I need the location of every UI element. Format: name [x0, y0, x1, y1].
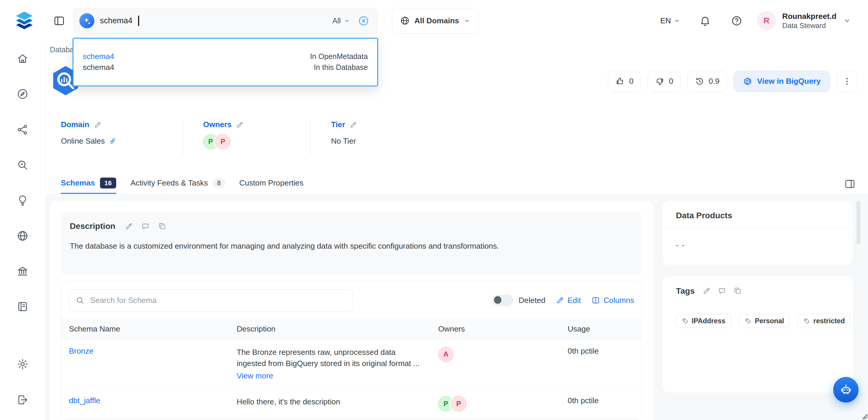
insights-lightbulb-icon[interactable]	[17, 194, 29, 206]
resize-handle-icon[interactable]	[861, 413, 868, 420]
globe-icon	[400, 16, 410, 26]
columns-button[interactable]: Columns	[591, 296, 634, 305]
view-more-link[interactable]: View more	[237, 370, 273, 381]
left-sidebar	[0, 41, 45, 420]
tags-card: Tags IPAddress Personal	[663, 276, 852, 393]
description-title: Description	[70, 221, 115, 231]
language-label: EN	[660, 16, 671, 25]
search-scope-label: All	[332, 17, 341, 25]
glossary-book-icon[interactable]	[17, 301, 29, 313]
edit-owners-pencil-icon[interactable]	[236, 121, 244, 129]
entity-actions: 0 0 0.9 View in BigQuery	[608, 71, 858, 92]
columns-icon	[591, 296, 600, 305]
tag-chip[interactable]: Personal	[739, 314, 790, 328]
chatbot-button[interactable]	[833, 377, 859, 402]
entity-meta-row: Domain Online Sales Owners P P Tier	[61, 120, 857, 154]
edit-tags-pencil-icon[interactable]	[703, 287, 711, 295]
owner-avatar[interactable]: P	[215, 134, 230, 149]
search-suggestions-dropdown: schema4 In OpenMetadata schema4 In this …	[72, 38, 378, 86]
help-icon[interactable]	[731, 15, 742, 27]
link-icon[interactable]	[109, 137, 117, 145]
schema-link[interactable]: dbt_jaffle	[69, 396, 100, 405]
right-panel: Data Products - - Tags IPAddress	[663, 201, 852, 393]
domain-value[interactable]: Online Sales	[61, 137, 105, 146]
more-actions-button[interactable]	[836, 71, 857, 92]
ellipsis-vertical-icon	[842, 77, 852, 86]
sidebar-toggle-icon[interactable]	[53, 15, 65, 27]
tag-label: Personal	[755, 317, 784, 325]
content-area: Description The database is a customized…	[45, 194, 868, 420]
comment-icon[interactable]	[718, 287, 726, 295]
user-menu-chevron-icon[interactable]	[843, 17, 851, 25]
tag-chip[interactable]: restricted	[798, 314, 850, 328]
upvote-button[interactable]: 0	[608, 71, 641, 92]
copy-icon[interactable]	[734, 287, 742, 295]
observability-magnifier-icon[interactable]	[17, 159, 29, 171]
score-button[interactable]: 0.9	[687, 71, 727, 92]
view-in-bigquery-button[interactable]: View in BigQuery	[734, 71, 830, 92]
logout-icon[interactable]	[17, 394, 29, 406]
user-info[interactable]: Rounakpreet.d Data Steward	[782, 11, 836, 30]
column-header[interactable]: Owners	[430, 319, 560, 339]
tier-block: Tier No Tier	[311, 120, 357, 154]
user-role: Data Steward	[782, 21, 836, 30]
view-in-bigquery-label: View in BigQuery	[757, 77, 821, 86]
suggestion-context: In this Database	[314, 63, 368, 72]
tab-label: Schemas	[61, 178, 95, 187]
tab-custom-properties[interactable]: Custom Properties	[239, 174, 304, 194]
column-header[interactable]: Schema Name	[61, 319, 229, 339]
clear-search-icon[interactable]	[358, 15, 369, 27]
domains-globe-icon[interactable]	[17, 230, 29, 242]
edit-button[interactable]: Edit	[556, 296, 581, 305]
tab-activity-feeds[interactable]: Activity Feeds & Tasks 8	[131, 174, 225, 194]
usage-value: 0th pctile	[560, 339, 642, 389]
edit-label: Edit	[567, 296, 581, 305]
column-header[interactable]: Usage	[560, 319, 642, 339]
text-caret	[138, 16, 139, 26]
tier-label: Tier	[331, 120, 345, 129]
suggestion-item[interactable]: schema4 In OpenMetadata	[83, 51, 368, 62]
topbar: schema4 All All Domains EN	[0, 0, 868, 41]
deleted-toggle-label: Deleted	[519, 296, 546, 305]
search-scope-select[interactable]: All	[332, 17, 350, 25]
domain-label: Domain	[61, 120, 89, 129]
tag-icon	[682, 318, 689, 324]
language-selector[interactable]: EN	[660, 16, 680, 25]
schema-description: The Bronze represents raw, unprocessed d…	[237, 348, 420, 368]
schemas-panel: Description The database is a customized…	[50, 201, 653, 420]
scrollbar-thumb[interactable]	[857, 201, 860, 244]
settings-gear-icon[interactable]	[17, 358, 29, 370]
tag-chip[interactable]: IPAddress	[676, 314, 732, 328]
edit-description-pencil-icon[interactable]	[125, 222, 133, 230]
copy-icon[interactable]	[158, 222, 166, 230]
bigquery-icon	[743, 77, 753, 86]
downvote-button[interactable]: 0	[648, 71, 681, 92]
domains-selector[interactable]: All Domains	[392, 8, 478, 33]
schema-link[interactable]: Bronze	[69, 347, 93, 355]
score-value: 0.9	[709, 77, 720, 86]
tab-schemas[interactable]: Schemas 16	[61, 174, 116, 194]
govern-bank-icon[interactable]	[17, 265, 29, 277]
owner-avatar[interactable]: A	[438, 347, 454, 362]
domain-block: Domain Online Sales	[61, 120, 183, 154]
network-nodes-icon[interactable]	[17, 124, 29, 136]
edit-tier-pencil-icon[interactable]	[349, 121, 357, 129]
home-icon[interactable]	[17, 53, 29, 65]
openmetadata-logo-icon[interactable]	[13, 10, 35, 32]
column-header[interactable]: Description	[229, 319, 430, 339]
user-avatar[interactable]: R	[757, 11, 776, 30]
deleted-toggle[interactable]	[493, 295, 513, 305]
comment-icon[interactable]	[141, 222, 150, 230]
explore-compass-icon[interactable]	[17, 88, 29, 100]
edit-domain-pencil-icon[interactable]	[94, 121, 101, 129]
notifications-bell-icon[interactable]	[699, 15, 711, 27]
expand-panel-icon[interactable]	[844, 174, 856, 194]
global-search-bar[interactable]: schema4 All	[74, 8, 377, 33]
schema-search-input[interactable]	[69, 289, 353, 311]
search-input[interactable]: schema4	[100, 16, 132, 25]
tab-label: Activity Feeds & Tasks	[131, 178, 208, 187]
suggestion-item[interactable]: schema4 In this Database	[83, 62, 368, 73]
pencil-icon	[556, 296, 564, 304]
owner-avatar[interactable]: P	[451, 396, 467, 412]
columns-label: Columns	[603, 296, 634, 305]
